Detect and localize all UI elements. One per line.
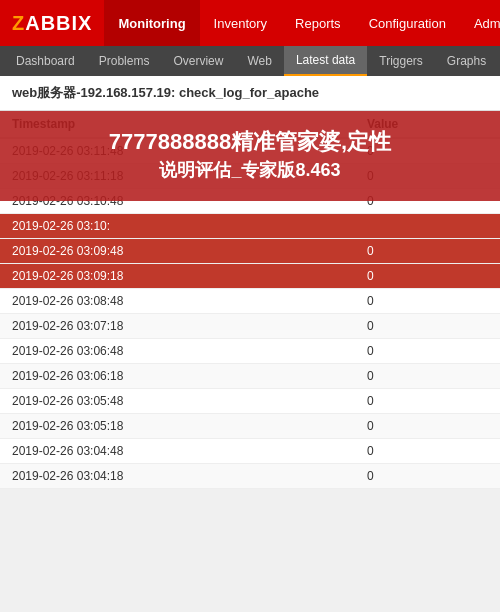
cell-value: 0: [355, 464, 500, 489]
nav-item-inventory[interactable]: Inventory: [200, 0, 281, 46]
cell-value: 0: [355, 339, 500, 364]
table-row: 2019-02-26 03:09:480: [0, 239, 500, 264]
cell-value: 0: [355, 364, 500, 389]
cell-value: 0: [355, 439, 500, 464]
cell-timestamp: 2019-02-26 03:08:48: [0, 289, 355, 314]
cell-value: 0: [355, 414, 500, 439]
table-row: 2019-02-26 03:10:: [0, 214, 500, 239]
logo-z: Z: [12, 12, 25, 34]
table-row: 2019-02-26 03:06:180: [0, 364, 500, 389]
top-nav-items: Monitoring Inventory Reports Configurati…: [104, 0, 500, 46]
col-value: Value: [355, 111, 500, 138]
top-navigation: ZABBIX Monitoring Inventory Reports Conf…: [0, 0, 500, 46]
nav-item-adm[interactable]: Adm: [460, 0, 500, 46]
cell-timestamp: 2019-02-26 03:04:18: [0, 464, 355, 489]
cell-timestamp: 2019-02-26 03:04:48: [0, 439, 355, 464]
subnav-item-latest-data[interactable]: Latest data: [284, 46, 367, 76]
subnav-item-overview[interactable]: Overview: [161, 46, 235, 76]
table-row: 2019-02-26 03:05:180: [0, 414, 500, 439]
cell-value: 0: [355, 189, 500, 214]
cell-value: 0: [355, 138, 500, 164]
table-row: 2019-02-26 03:10:480: [0, 189, 500, 214]
cell-timestamp: 2019-02-26 03:11:48: [0, 138, 355, 164]
page-title: web服务器-192.168.157.19: check_log_for_apa…: [0, 76, 500, 111]
nav-item-configuration[interactable]: Configuration: [355, 0, 460, 46]
col-timestamp: Timestamp: [0, 111, 355, 138]
table-row: 2019-02-26 03:11:480: [0, 138, 500, 164]
sub-navigation: Dashboard Problems Overview Web Latest d…: [0, 46, 500, 76]
cell-value: 0: [355, 389, 500, 414]
cell-timestamp: 2019-02-26 03:05:18: [0, 414, 355, 439]
cell-value: 0: [355, 264, 500, 289]
cell-timestamp: 2019-02-26 03:06:48: [0, 339, 355, 364]
cell-timestamp: 2019-02-26 03:06:18: [0, 364, 355, 389]
nav-item-monitoring[interactable]: Monitoring: [104, 0, 199, 46]
cell-value: 0: [355, 314, 500, 339]
subnav-item-triggers[interactable]: Triggers: [367, 46, 435, 76]
table-row: 2019-02-26 03:06:480: [0, 339, 500, 364]
cell-value: 0: [355, 164, 500, 189]
data-section: Timestamp Value 2019-02-26 03:11:4802019…: [0, 111, 500, 489]
table-row: 2019-02-26 03:11:180: [0, 164, 500, 189]
subnav-item-graphs[interactable]: Graphs: [435, 46, 498, 76]
cell-value: [355, 214, 500, 239]
table-row: 2019-02-26 03:09:180: [0, 264, 500, 289]
subnav-item-web[interactable]: Web: [235, 46, 283, 76]
cell-timestamp: 2019-02-26 03:05:48: [0, 389, 355, 414]
table-row: 2019-02-26 03:04:480: [0, 439, 500, 464]
table-row: 2019-02-26 03:05:480: [0, 389, 500, 414]
cell-timestamp: 2019-02-26 03:10:: [0, 214, 355, 239]
cell-value: 0: [355, 289, 500, 314]
logo[interactable]: ZABBIX: [0, 4, 104, 43]
logo-rest: ABBIX: [25, 12, 92, 34]
subnav-item-problems[interactable]: Problems: [87, 46, 162, 76]
cell-timestamp: 2019-02-26 03:10:48: [0, 189, 355, 214]
table-row: 2019-02-26 03:04:180: [0, 464, 500, 489]
table-header-row: Timestamp Value: [0, 111, 500, 138]
logo-text: ZABBIX: [12, 12, 92, 35]
cell-timestamp: 2019-02-26 03:07:18: [0, 314, 355, 339]
cell-value: 0: [355, 239, 500, 264]
cell-timestamp: 2019-02-26 03:11:18: [0, 164, 355, 189]
table-row: 2019-02-26 03:08:480: [0, 289, 500, 314]
nav-item-reports[interactable]: Reports: [281, 0, 355, 46]
data-table: Timestamp Value 2019-02-26 03:11:4802019…: [0, 111, 500, 489]
cell-timestamp: 2019-02-26 03:09:48: [0, 239, 355, 264]
cell-timestamp: 2019-02-26 03:09:18: [0, 264, 355, 289]
table-row: 2019-02-26 03:07:180: [0, 314, 500, 339]
subnav-item-dashboard[interactable]: Dashboard: [4, 46, 87, 76]
